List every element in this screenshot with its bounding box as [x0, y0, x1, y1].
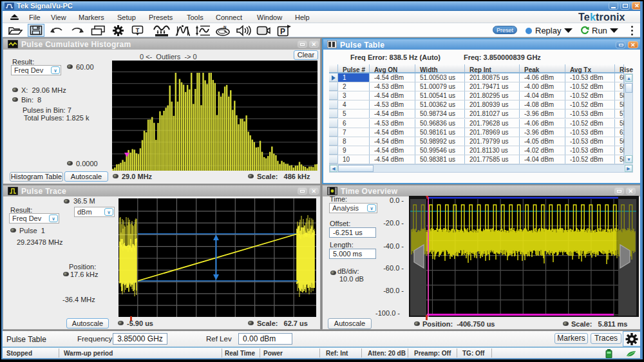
svg-text:N: N — [223, 25, 226, 29]
svg-text:T: T — [136, 27, 140, 33]
svg-text:P: P — [280, 27, 285, 36]
